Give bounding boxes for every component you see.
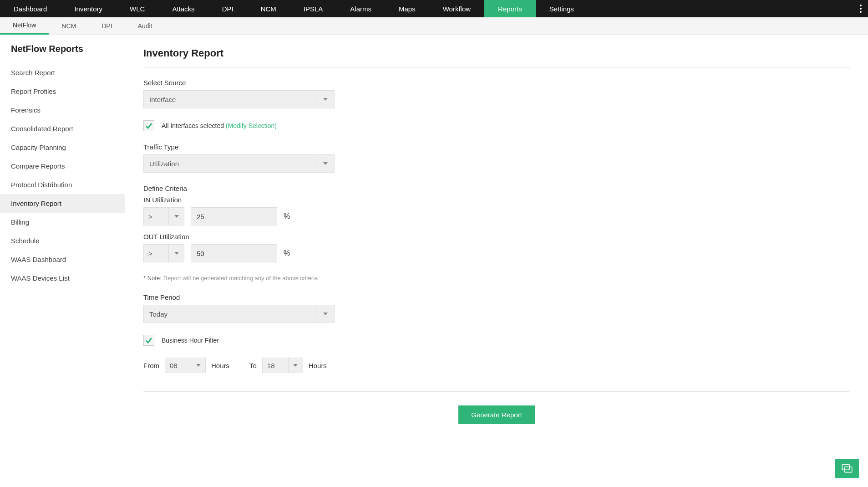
topnav-attacks[interactable]: Attacks [158, 0, 208, 17]
more-menu-icon[interactable] [857, 0, 864, 17]
traffic-label: Traffic Type [143, 143, 850, 151]
source-label: Select Source [143, 79, 850, 87]
traffic-select[interactable]: Utilization [143, 154, 335, 173]
chat-icon [841, 462, 853, 474]
sidebar-title: NetFlow Reports [0, 44, 125, 63]
timeperiod-label: Time Period [143, 293, 850, 301]
topnav-wlc[interactable]: WLC [116, 0, 158, 17]
out-operator-select[interactable]: > [143, 244, 184, 262]
source-select-value: Interface [144, 96, 316, 103]
divider [143, 391, 850, 392]
timeperiod-group: Time Period Today [143, 293, 850, 323]
selection-text: All Interfaces selected [162, 122, 224, 129]
sidebar-item-report-profiles[interactable]: Report Profiles [0, 82, 125, 101]
criteria-group: Define Criteria IN Utilization > % [143, 185, 850, 226]
sidebar-item-schedule[interactable]: Schedule [0, 231, 125, 250]
modify-selection-link[interactable]: (Modify Selection) [226, 122, 277, 129]
sidebar-item-inventory-report[interactable]: Inventory Report [0, 194, 125, 213]
to-label: To [249, 362, 257, 369]
chevron-down-icon [191, 358, 205, 373]
in-operator-value: > [144, 213, 168, 220]
topnav-alarms[interactable]: Alarms [336, 0, 385, 17]
sidebar-item-billing[interactable]: Billing [0, 213, 125, 231]
hours-group: From 08 Hours To 18 Hours [143, 358, 850, 373]
subnav-netflow[interactable]: NetFlow [0, 17, 49, 35]
main-area: NetFlow Reports Search Report Report Pro… [0, 35, 868, 487]
chevron-down-icon [316, 305, 334, 323]
in-unit: % [284, 212, 290, 220]
in-utilization-label: IN Utilization [143, 196, 850, 204]
note-text: Report will be generated matching any of… [163, 275, 318, 282]
topnav-reports[interactable]: Reports [484, 0, 536, 17]
sidebar-item-capacity-planning[interactable]: Capacity Planning [0, 138, 125, 157]
out-value-input[interactable] [191, 244, 277, 262]
from-hours-select[interactable]: 08 [165, 358, 206, 373]
generate-wrap: Generate Report [143, 405, 850, 424]
topnav-dashboard[interactable]: Dashboard [0, 0, 61, 17]
out-utilization-label: OUT Utilization [143, 233, 850, 241]
topnav-inventory[interactable]: Inventory [61, 0, 116, 17]
generate-report-button[interactable]: Generate Report [458, 405, 535, 424]
chevron-down-icon [168, 245, 184, 262]
out-operator-value: > [144, 250, 168, 257]
sidebar-item-waas-dashboard[interactable]: WAAS Dashboard [0, 250, 125, 269]
to-hours-unit: Hours [309, 362, 327, 369]
criteria-note: * Note: Report will be generated matchin… [143, 274, 850, 282]
in-operator-select[interactable]: > [143, 207, 184, 226]
checkmark-icon [145, 122, 152, 129]
subnav-audit[interactable]: Audit [125, 17, 165, 35]
criteria-label: Define Criteria [143, 185, 850, 192]
source-group: Select Source Interface [143, 79, 850, 108]
traffic-group: Traffic Type Utilization [143, 143, 850, 173]
sidebar-item-search-report[interactable]: Search Report [0, 63, 125, 82]
topnav-ncm[interactable]: NCM [247, 0, 290, 17]
chat-fab[interactable] [835, 459, 859, 478]
businesshour-label: Business Hour Filter [162, 337, 219, 344]
all-interfaces-checkbox[interactable] [143, 120, 154, 131]
from-hours-value: 08 [165, 362, 191, 369]
chevron-down-icon [316, 155, 334, 172]
sidebar-item-consolidated-report[interactable]: Consolidated Report [0, 119, 125, 138]
content: Inventory Report Select Source Interface… [125, 35, 868, 487]
to-hours-value: 18 [263, 362, 288, 369]
from-label: From [143, 362, 159, 369]
businesshour-checkbox[interactable] [143, 335, 154, 346]
sidebar-item-compare-reports[interactable]: Compare Reports [0, 157, 125, 175]
note-prefix: * Note: [143, 275, 162, 282]
topnav-workflow[interactable]: Workflow [429, 0, 484, 17]
sidebar-item-forensics[interactable]: Forensics [0, 101, 125, 119]
topnav-dpi[interactable]: DPI [208, 0, 247, 17]
traffic-select-value: Utilization [144, 160, 316, 168]
businesshour-group: Business Hour Filter [143, 335, 850, 346]
out-criteria-group: OUT Utilization > % [143, 233, 850, 262]
sidebar-item-protocol-distribution[interactable]: Protocol Distribution [0, 175, 125, 194]
top-nav: Dashboard Inventory WLC Attacks DPI NCM … [0, 0, 868, 17]
chevron-down-icon [288, 358, 303, 373]
chevron-down-icon [316, 91, 334, 108]
source-select[interactable]: Interface [143, 90, 335, 108]
topnav-ipsla[interactable]: IPSLA [290, 0, 337, 17]
checkmark-icon [145, 337, 152, 344]
chevron-down-icon [168, 208, 184, 225]
from-hours-unit: Hours [211, 362, 229, 369]
to-hours-select[interactable]: 18 [262, 358, 303, 373]
sidebar: NetFlow Reports Search Report Report Pro… [0, 35, 125, 487]
subnav-ncm[interactable]: NCM [49, 17, 89, 35]
in-value-input[interactable] [191, 207, 277, 226]
topnav-settings[interactable]: Settings [536, 0, 588, 17]
selection-text-wrap: All Interfaces selected (Modify Selectio… [162, 122, 277, 129]
sidebar-item-waas-devices-list[interactable]: WAAS Devices List [0, 269, 125, 287]
timeperiod-select[interactable]: Today [143, 305, 335, 323]
timeperiod-value: Today [144, 310, 316, 318]
selection-group: All Interfaces selected (Modify Selectio… [143, 120, 850, 131]
topnav-maps[interactable]: Maps [385, 0, 429, 17]
page-title: Inventory Report [143, 47, 850, 68]
sub-nav: NetFlow NCM DPI Audit [0, 17, 868, 35]
subnav-dpi[interactable]: DPI [89, 17, 125, 35]
out-unit: % [284, 249, 290, 257]
